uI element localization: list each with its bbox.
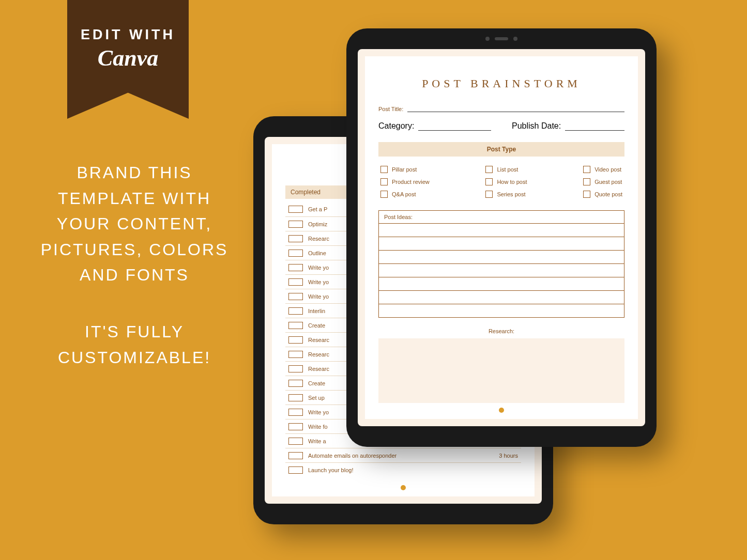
- tablet-camera-icon: [485, 37, 517, 41]
- back-row-label: Create: [308, 322, 325, 329]
- ribbon-line2: Canva: [98, 45, 158, 71]
- back-row-hours: 3 hours: [499, 453, 518, 459]
- research-box: [378, 338, 624, 403]
- check-col-3: Video postGuest postQuote post: [583, 166, 622, 198]
- back-row-label: Write yo: [308, 409, 329, 415]
- checkbox-icon: [288, 409, 303, 416]
- marketing-p2: IT'S FULLY CUSTOMIZABLE!: [31, 319, 238, 370]
- check-item: Video post: [583, 166, 622, 173]
- check-item-label: Guest post: [594, 179, 622, 185]
- check-item: Quote post: [583, 191, 622, 198]
- checkbox-icon: [288, 264, 303, 271]
- post-ideas-box: Post Ideas:: [378, 210, 624, 318]
- checkbox-icon: [288, 307, 303, 315]
- back-table-row: Automate emails on autoresponder3 hours: [285, 448, 521, 462]
- check-col-1: Pillar postProduct reviewQ&A post: [380, 166, 430, 198]
- ideas-row: [379, 277, 624, 290]
- check-item: Product review: [380, 178, 430, 185]
- checkbox-icon: [288, 293, 303, 300]
- check-item-label: Q&A post: [392, 191, 416, 197]
- back-row-label: Interlin: [308, 308, 325, 314]
- ideas-row: [379, 237, 624, 250]
- post-title-label: Post Title:: [378, 106, 403, 112]
- check-item-label: How to post: [497, 179, 527, 185]
- checkbox-icon: [288, 394, 303, 401]
- back-row-label: Automate emails on autoresponder: [308, 453, 397, 459]
- back-row-label: Researc: [308, 236, 329, 242]
- front-document: POST BRAINSTORM Post Title: Category: Pu…: [365, 56, 638, 419]
- back-row-label: Get a P: [308, 206, 327, 212]
- checkbox-icon: [288, 235, 303, 242]
- check-item: Q&A post: [380, 191, 430, 198]
- check-item: How to post: [485, 178, 527, 185]
- check-col-2: List postHow to postSeries post: [485, 166, 527, 198]
- back-row-label: Optimiz: [308, 221, 327, 227]
- check-item: List post: [485, 166, 527, 173]
- back-row-label: Create: [308, 380, 325, 386]
- checkbox-icon: [288, 322, 303, 329]
- checkbox-icon: [288, 278, 303, 286]
- checkbox-icon: [288, 351, 303, 358]
- checkbox-icon: [288, 423, 303, 430]
- checkbox-icon: [288, 250, 303, 257]
- post-type-bar: Post Type: [378, 142, 624, 157]
- marketing-copy: BRAND THIS TEMPLATE WITH YOUR CONTENT, P…: [31, 160, 238, 370]
- checkbox-icon: [288, 221, 303, 228]
- back-row-label: Set up: [308, 395, 325, 401]
- back-row-label: Write yo: [308, 293, 329, 300]
- checkbox-icon: [380, 191, 388, 198]
- category-label: Category:: [378, 121, 414, 131]
- ribbon-line1: EDIT WITH: [81, 27, 175, 43]
- check-item: Pillar post: [380, 166, 430, 173]
- ideas-row: [379, 263, 624, 277]
- post-ideas-label: Post Ideas:: [379, 211, 624, 223]
- publish-date-label: Publish Date:: [512, 121, 561, 131]
- back-row-label: Write yo: [308, 265, 329, 271]
- checkbox-icon: [288, 438, 303, 445]
- checkbox-icon: [288, 452, 303, 459]
- post-title-field: Post Title:: [378, 106, 624, 112]
- page-indicator-icon: [499, 408, 504, 413]
- checkbox-icon: [583, 191, 590, 198]
- checkbox-icon: [485, 178, 493, 185]
- back-row-label: Researc: [308, 337, 329, 343]
- check-item-label: Product review: [392, 179, 430, 185]
- check-item-label: List post: [497, 166, 518, 173]
- post-title-line: [407, 106, 624, 112]
- ideas-row: [379, 304, 624, 317]
- back-row-label: Write fo: [308, 424, 328, 430]
- ideas-row: [379, 223, 624, 237]
- ideas-row: [379, 250, 624, 263]
- checkbox-icon: [288, 466, 303, 474]
- check-item-label: Video post: [594, 166, 621, 173]
- tablet-front-screen: POST BRAINSTORM Post Title: Category: Pu…: [358, 49, 645, 426]
- page-indicator-icon: [401, 485, 406, 490]
- checkbox-icon: [380, 166, 388, 173]
- check-item-label: Series post: [497, 191, 525, 197]
- checkbox-icon: [583, 166, 590, 173]
- marketing-p1: BRAND THIS TEMPLATE WITH YOUR CONTENT, P…: [31, 160, 238, 288]
- back-row-label: Outline: [308, 250, 326, 256]
- edit-with-canva-ribbon: EDIT WITH Canva: [67, 0, 189, 119]
- back-row-label: Write a: [308, 438, 326, 444]
- back-row-label: Launch your blog!: [308, 467, 353, 473]
- ideas-row: [379, 290, 624, 304]
- checkbox-icon: [380, 178, 388, 185]
- front-page-title: POST BRAINSTORM: [378, 77, 624, 90]
- checkbox-icon: [288, 380, 303, 387]
- back-row-label: Write yo: [308, 279, 329, 285]
- check-item: Series post: [485, 191, 527, 198]
- publish-date-line: [565, 125, 624, 131]
- category-line: [418, 125, 491, 131]
- back-table-row: Launch your blog!: [285, 462, 521, 477]
- back-row-label: Researc: [308, 366, 329, 372]
- check-item-label: Quote post: [594, 191, 622, 197]
- check-item-label: Pillar post: [392, 166, 417, 173]
- checkbox-icon: [583, 178, 590, 185]
- checkbox-icon: [288, 336, 303, 344]
- check-item: Guest post: [583, 178, 622, 185]
- checkbox-icon: [288, 206, 303, 213]
- back-row-label: Researc: [308, 351, 329, 357]
- category-publish-row: Category: Publish Date:: [378, 121, 624, 131]
- research-label: Research:: [378, 328, 624, 334]
